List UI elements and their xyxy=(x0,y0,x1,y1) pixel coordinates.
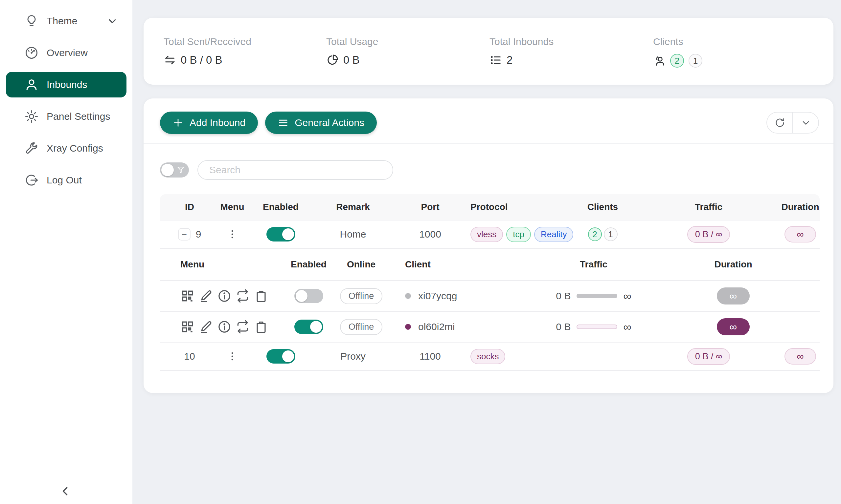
client-status-dot xyxy=(405,293,411,299)
chevron-down-icon xyxy=(801,118,811,128)
plus-icon xyxy=(172,117,184,128)
sidebar-item-label: Panel Settings xyxy=(47,111,110,122)
toggle-knob xyxy=(282,350,294,362)
sidebar-item-label: Theme xyxy=(47,15,77,26)
sidebar-item-inbounds[interactable]: Inbounds xyxy=(6,72,126,97)
sidebar-item-theme[interactable]: Theme xyxy=(6,8,126,34)
row-menu-icon[interactable] xyxy=(227,351,238,362)
stats-card: Total Sent/Received 0 B / 0 B Total Usag… xyxy=(143,18,834,85)
inbound-enabled-toggle[interactable] xyxy=(267,227,295,241)
inbound-port: 1000 xyxy=(390,229,470,240)
filter-toggle[interactable] xyxy=(160,162,189,178)
traffic-pill: 0 B / ∞ xyxy=(687,348,730,365)
logout-icon xyxy=(24,173,39,187)
chevron-down-icon xyxy=(107,15,118,26)
delete-icon[interactable] xyxy=(254,320,269,334)
clients-deactive-badge: 1 xyxy=(604,228,618,241)
reset-traffic-icon[interactable] xyxy=(236,289,250,303)
clients-online-badge: 2 xyxy=(588,228,602,241)
client-name: xi07ycqg xyxy=(418,290,457,302)
client-name: ol60i2mi xyxy=(418,321,455,332)
client-duration-pill[interactable]: ∞ xyxy=(717,287,750,305)
header-client-duration: Duration xyxy=(663,259,804,270)
stat-value: 0 B / 0 B xyxy=(181,54,222,66)
stat-label: Total Inbounds xyxy=(490,36,553,47)
general-actions-button[interactable]: General Actions xyxy=(265,111,377,134)
client-duration-pill[interactable]: ∞ xyxy=(717,318,750,335)
dashboard-icon xyxy=(24,46,39,60)
hamburger-icon xyxy=(278,117,289,128)
clients-online-badge: 2 xyxy=(670,54,684,68)
protocol-badge: tcp xyxy=(506,227,531,242)
clients-deactive-badge: 1 xyxy=(689,54,702,68)
duration-pill[interactable]: ∞ xyxy=(785,348,816,364)
sidebar-item-label: Xray Configs xyxy=(47,143,103,154)
edit-icon[interactable] xyxy=(199,320,213,334)
client-enabled-toggle[interactable] xyxy=(294,320,323,334)
header-client-online: Online xyxy=(329,259,393,270)
client-table-header: Menu Enabled Online Client Traffic Durat… xyxy=(160,249,820,281)
header-client-enabled: Enabled xyxy=(288,259,329,270)
toggle-knob xyxy=(310,321,322,333)
header-remark: Remark xyxy=(316,202,390,212)
info-icon[interactable] xyxy=(217,320,231,334)
qrcode-icon[interactable] xyxy=(181,289,195,303)
inbound-row-10: 10 Proxy 1100 xyxy=(160,343,820,371)
inbound-remark: Home xyxy=(316,229,390,240)
sidebar-item-log-out[interactable]: Log Out xyxy=(6,167,126,193)
filter-row xyxy=(160,160,393,180)
stat-total-usage: Total Usage 0 B xyxy=(326,36,378,66)
header-protocol: Protocol xyxy=(470,202,569,212)
search-input[interactable] xyxy=(198,160,393,180)
client-row-xi07ycqg: Offline xi07ycqg 0 B ∞ ∞ xyxy=(160,281,820,312)
info-icon[interactable] xyxy=(217,289,231,303)
sidebar: Theme Overview xyxy=(0,0,132,504)
traffic-pill: 0 B / ∞ xyxy=(687,226,730,243)
sidebar-item-label: Inbounds xyxy=(47,79,87,90)
toolbar-divider xyxy=(143,143,834,144)
sidebar-item-panel-settings[interactable]: Panel Settings xyxy=(6,104,126,129)
stat-total-sent-received: Total Sent/Received 0 B / 0 B xyxy=(164,36,251,66)
main-content: Total Sent/Received 0 B / 0 B Total Usag… xyxy=(132,0,841,504)
client-traffic-value: 0 B xyxy=(556,321,571,332)
inbound-row-9: − 9 Home 1000 xyxy=(160,220,820,249)
inbound-enabled-toggle[interactable] xyxy=(267,349,295,363)
inbound-id: 10 xyxy=(184,351,195,362)
inbound-port: 1100 xyxy=(390,351,470,362)
traffic-quota: ∞ xyxy=(623,290,631,303)
reset-traffic-icon[interactable] xyxy=(236,320,250,334)
client-row-ol60i2mi: Offline ol60i2mi 0 B ∞ ∞ xyxy=(160,312,820,343)
funnel-icon xyxy=(176,165,185,175)
table-header-row: ID Menu Enabled Remark Port Protocol Cli… xyxy=(160,194,820,220)
header-traffic: Traffic xyxy=(636,202,781,212)
collapse-row-button[interactable]: − xyxy=(178,228,191,240)
stat-label: Total Sent/Received xyxy=(164,36,251,47)
protocol-badge: socks xyxy=(470,349,505,364)
header-client-menu: Menu xyxy=(160,259,288,270)
sidebar-item-overview[interactable]: Overview xyxy=(6,40,126,66)
stat-clients: Clients 2 1 xyxy=(653,36,702,68)
inbound-remark: Proxy xyxy=(316,351,390,362)
clients-icon xyxy=(653,54,666,67)
sidebar-collapse-button[interactable] xyxy=(56,482,74,500)
general-actions-label: General Actions xyxy=(295,117,364,128)
online-status-badge: Offline xyxy=(340,319,383,335)
traffic-progress-bar xyxy=(577,294,617,298)
chevron-left-icon xyxy=(58,484,73,499)
refresh-button[interactable] xyxy=(767,112,792,133)
delete-icon[interactable] xyxy=(254,289,269,303)
add-inbound-button[interactable]: Add Inbound xyxy=(160,111,258,134)
refresh-dropdown-button[interactable] xyxy=(792,112,818,133)
qrcode-icon[interactable] xyxy=(181,320,195,334)
user-icon xyxy=(24,77,39,92)
row-menu-icon[interactable] xyxy=(227,229,238,240)
header-duration: Duration xyxy=(781,202,820,212)
edit-icon[interactable] xyxy=(199,289,213,303)
duration-pill[interactable]: ∞ xyxy=(785,226,816,242)
sidebar-item-xray-configs[interactable]: Xray Configs xyxy=(6,136,126,161)
client-traffic-value: 0 B xyxy=(556,290,571,302)
stat-value: 0 B xyxy=(343,54,360,66)
stat-value: 2 xyxy=(507,54,513,66)
traffic-progress-bar xyxy=(577,325,617,329)
client-enabled-toggle[interactable] xyxy=(294,289,323,303)
